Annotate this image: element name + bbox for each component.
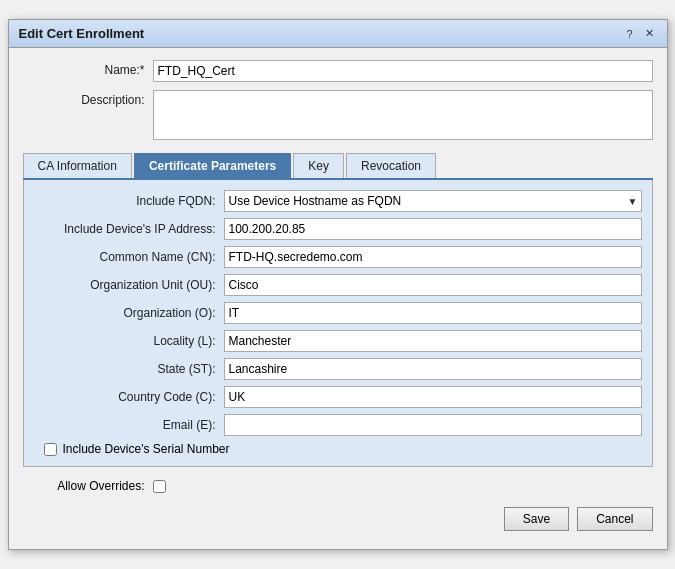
org-label: Organization (O):	[34, 306, 224, 320]
locality-input[interactable]	[224, 330, 642, 352]
tab-revocation[interactable]: Revocation	[346, 153, 436, 178]
tab-content-certificate-parameters: Include FQDN: Use Device Hostname as FQD…	[23, 180, 653, 467]
name-row: Name:*	[23, 60, 653, 82]
include-ip-row: Include Device's IP Address:	[34, 218, 642, 240]
serial-number-row: Include Device's Serial Number	[44, 442, 642, 456]
include-ip-control	[224, 218, 642, 240]
locality-row: Locality (L):	[34, 330, 642, 352]
allow-overrides-checkbox[interactable]	[153, 480, 166, 493]
locality-control	[224, 330, 642, 352]
email-row: Email (E):	[34, 414, 642, 436]
tab-key[interactable]: Key	[293, 153, 344, 178]
include-fqdn-label: Include FQDN:	[34, 194, 224, 208]
include-fqdn-select[interactable]: Use Device Hostname as FQDN	[224, 190, 642, 212]
tabs: CA Information Certificate Parameters Ke…	[23, 153, 653, 180]
org-input[interactable]	[224, 302, 642, 324]
title-bar-controls: ? ✕	[623, 27, 657, 41]
tab-certificate-parameters[interactable]: Certificate Parameters	[134, 153, 291, 178]
state-row: State (ST):	[34, 358, 642, 380]
include-fqdn-control: Use Device Hostname as FQDN ▼	[224, 190, 642, 212]
org-unit-row: Organization Unit (OU):	[34, 274, 642, 296]
description-row: Description:	[23, 90, 653, 143]
country-input[interactable]	[224, 386, 642, 408]
name-control	[153, 60, 653, 82]
name-input[interactable]	[153, 60, 653, 82]
bottom-buttons: Save Cancel	[23, 507, 653, 537]
cancel-button[interactable]: Cancel	[577, 507, 652, 531]
common-name-label: Common Name (CN):	[34, 250, 224, 264]
description-control	[153, 90, 653, 143]
include-fqdn-row: Include FQDN: Use Device Hostname as FQD…	[34, 190, 642, 212]
description-label: Description:	[23, 90, 153, 107]
common-name-input[interactable]	[224, 246, 642, 268]
dialog-title: Edit Cert Enrollment	[19, 26, 145, 41]
include-fqdn-select-wrapper: Use Device Hostname as FQDN ▼	[224, 190, 642, 212]
common-name-control	[224, 246, 642, 268]
country-control	[224, 386, 642, 408]
title-bar: Edit Cert Enrollment ? ✕	[9, 20, 667, 48]
allow-overrides-section: Allow Overrides:	[23, 479, 653, 493]
serial-number-checkbox[interactable]	[44, 443, 57, 456]
allow-overrides-label: Allow Overrides:	[23, 479, 153, 493]
tabs-container: CA Information Certificate Parameters Ke…	[23, 153, 653, 467]
state-control	[224, 358, 642, 380]
org-control	[224, 302, 642, 324]
serial-number-label: Include Device's Serial Number	[63, 442, 230, 456]
dialog-body: Name:* Description: CA Information Certi…	[9, 48, 667, 549]
email-label: Email (E):	[34, 418, 224, 432]
country-row: Country Code (C):	[34, 386, 642, 408]
help-button[interactable]: ?	[623, 27, 637, 41]
state-label: State (ST):	[34, 362, 224, 376]
locality-label: Locality (L):	[34, 334, 224, 348]
org-row: Organization (O):	[34, 302, 642, 324]
org-unit-control	[224, 274, 642, 296]
tab-ca-information[interactable]: CA Information	[23, 153, 132, 178]
close-button[interactable]: ✕	[643, 27, 657, 41]
state-input[interactable]	[224, 358, 642, 380]
org-unit-label: Organization Unit (OU):	[34, 278, 224, 292]
include-ip-input[interactable]	[224, 218, 642, 240]
email-input[interactable]	[224, 414, 642, 436]
email-control	[224, 414, 642, 436]
edit-cert-enrollment-dialog: Edit Cert Enrollment ? ✕ Name:* Descript…	[8, 19, 668, 550]
include-ip-label: Include Device's IP Address:	[34, 222, 224, 236]
country-label: Country Code (C):	[34, 390, 224, 404]
description-input[interactable]	[153, 90, 653, 140]
org-unit-input[interactable]	[224, 274, 642, 296]
name-label: Name:*	[23, 60, 153, 77]
common-name-row: Common Name (CN):	[34, 246, 642, 268]
save-button[interactable]: Save	[504, 507, 569, 531]
